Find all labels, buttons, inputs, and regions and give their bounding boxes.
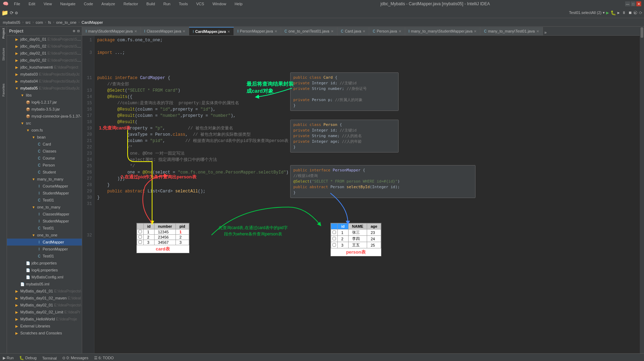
tree-item-jdbc-kuozhanwenti[interactable]: ▶ jdbc_kuozhanwenti E:\IdeaProject [7, 64, 82, 71]
tree-item-scratches[interactable]: ▶ Scratches and Consoles [7, 330, 82, 337]
tree-item-test01-many[interactable]: C Test01 [7, 197, 82, 204]
todo-button[interactable]: ☰ 6: TODO [94, 356, 114, 360]
tree-item-jdbc-props[interactable]: 📄 jdbc.properties [7, 260, 82, 267]
tab-card-java[interactable]: C Card.java ✕ [337, 27, 369, 35]
tree-item-mybatis-helloworld[interactable]: ▶ MyBatis_HelloWorld E:\IdeaProje [7, 316, 82, 323]
tree-item-bean[interactable]: ▼ bean [7, 134, 82, 141]
tree-item-mybatis03[interactable]: ▶ mybatis03 E:\IdeaProjects\StudyJc [7, 71, 82, 78]
tree-item-classesmapper[interactable]: I ClassesMapper [7, 211, 82, 218]
titlebar-menu-help[interactable]: Help [232, 2, 245, 6]
tree-item-test01-one[interactable]: C Test01 [7, 225, 82, 232]
tree-item-cardmapper[interactable]: I CardMapper [7, 239, 82, 246]
tree-item-comfs[interactable]: ▼ com.fs [7, 127, 82, 134]
titlebar-menu-view[interactable]: View [41, 2, 55, 6]
left-tool-strip: Project Structure Favorites [0, 27, 7, 353]
debug-button[interactable]: 🐛 Debug [19, 356, 36, 360]
bottom-toolbar: ▶ Run 🐛 Debug Terminal ⊙ 0: Messages ☰ 6… [0, 353, 644, 361]
tree-item-one-to-one[interactable]: ▼ one_to_one [7, 232, 82, 239]
panel-controls[interactable]: ⚙ ⊟ [73, 29, 80, 33]
breadcrumb-bar: mybatis05 › src › com › fs › one_to_one … [0, 18, 644, 27]
project-tree: ▶ jdbc_day01_01 E:\IdeaProjects\Stud ▶ j… [7, 36, 82, 353]
run-button[interactable]: ▶ Run [3, 356, 14, 360]
tabs-overflow-button[interactable]: » [543, 30, 548, 35]
tree-item-mybatis04[interactable]: ▶ mybatis04 E:\IdeaProjects\StudyJc [7, 78, 82, 85]
close-button[interactable]: ✕ [636, 1, 641, 6]
breadcrumb-cardmapper[interactable]: CardMapper [81, 20, 103, 24]
titlebar-menu-navigate[interactable]: Navigate [57, 2, 78, 6]
tab-test01-many[interactable]: C many_to_many\Test01.java ✕ [480, 27, 543, 35]
tree-item-test01-oto[interactable]: C Test01 [7, 253, 82, 260]
tab-studentmapper-many[interactable]: I many\StudentMapper.java ✕ [82, 27, 141, 35]
project-panel: Project ⚙ ⊟ ▶ jdbc_day01_01 E:\IdeaProje… [7, 27, 82, 353]
toolbar-settings-icon[interactable]: ⚙ [15, 10, 18, 16]
toolbar-debug-button[interactable]: 🐛 [610, 10, 616, 16]
tree-item-mybatisconfig-xml[interactable]: 📄 MyBatisConfig.xml [7, 274, 82, 281]
editor-tabs: I many\StudentMapper.java ✕ I ClassesMap… [82, 27, 640, 36]
tree-item-log4j-jar[interactable]: 📦 log4j-1.2.17.jar [7, 99, 82, 106]
tab-person-java[interactable]: C Person.java ✕ [369, 27, 405, 35]
titlebar-left: 🧠 File Edit View Navigate Code Analyze R… [3, 1, 245, 7]
breadcrumb-one-to-one[interactable]: one_to_one [56, 20, 77, 24]
tree-item-libs[interactable]: ▼ libs [7, 92, 82, 99]
tree-item-jdbc-day02-01[interactable]: ▶ jdbc_day02_01 E:\IdeaProjects\Stud [7, 50, 82, 57]
structure-tool-icon[interactable]: Structure [2, 48, 5, 61]
titlebar-menu-build[interactable]: Build [144, 2, 158, 6]
code-text[interactable]: package com.fs.one_to_one; import ...; p… [94, 36, 640, 353]
toolbar-sync-icon[interactable]: ⟳ [10, 10, 14, 16]
maximize-button[interactable]: □ [631, 1, 636, 6]
toolbar-run-button[interactable]: ▶ [606, 10, 609, 16]
tree-item-mysql-jar[interactable]: 📦 mysql-connector-java-5.1.37- [7, 113, 82, 120]
messages-button[interactable]: ⊙ 0: Messages [62, 356, 88, 360]
tree-item-mybatis-day02-01[interactable]: ▶ MyBatis_day02_01 E:\IdeaProjects\ [7, 302, 82, 309]
titlebar-menu-edit[interactable]: Edit [26, 2, 38, 6]
tree-item-studentmapper-one[interactable]: I StudentMapper [7, 218, 82, 225]
titlebar-menu-tools[interactable]: Tools [176, 2, 191, 6]
tree-item-mybatis-jar[interactable]: 📦 mybatis-3.5.3.jar [7, 106, 82, 113]
tree-item-external-libs[interactable]: ▶ External Libraries [7, 323, 82, 330]
tree-item-mybatis05[interactable]: ▼ mybatis05 E:\IdeaProjects\StudyJc [7, 85, 82, 92]
tree-item-jdbc-day01-02[interactable]: ▶ jdbc_day01_02 E:\IdeaProjects\Stud [7, 43, 82, 50]
tab-test01-one-to-one[interactable]: C one_to_one\Test01.java ✕ [281, 27, 337, 35]
minimize-button[interactable]: — [625, 1, 630, 6]
tab-studentmapper-many2[interactable]: I many_to_many\StudentMapper.java ✕ [405, 27, 481, 35]
tree-item-coursemapper[interactable]: I CourseMapper [7, 183, 82, 190]
tree-item-src[interactable]: ▼ src [7, 120, 82, 127]
tree-item-mybatis-day02-02[interactable]: ▶ MyBatis_day02_02_Limit E:\IdeaPr [7, 309, 82, 316]
breadcrumb-fs[interactable]: fs [48, 20, 51, 24]
favorites-tool-icon[interactable]: Favorites [2, 84, 5, 97]
tree-item-jdbc-day02-02[interactable]: ▶ jdbc_day02_02 E:\IdeaProjects\Stud [7, 57, 82, 64]
main-layout: Project Structure Favorites Project ⚙ ⊟ … [0, 27, 644, 353]
tree-item-mybatis-day01-01[interactable]: ▶ MyBatis_day01_01 E:\IdeaProjects\ [7, 288, 82, 295]
tree-item-card-class[interactable]: C Card [7, 141, 82, 148]
titlebar-menu-vcs[interactable]: VCS [193, 2, 207, 6]
tree-item-course-class[interactable]: C Course [7, 155, 82, 162]
tree-item-student-class[interactable]: C Student [7, 169, 82, 176]
title-bar: 🧠 File Edit View Navigate Code Analyze R… [0, 0, 644, 8]
titlebar-menu-refactor[interactable]: Refactor [121, 2, 141, 6]
titlebar-menu-analyze[interactable]: Analyze [99, 2, 118, 6]
tree-item-studentmapper-many[interactable]: I StudentMapper [7, 190, 82, 197]
terminal-button[interactable]: Terminal [42, 356, 57, 360]
project-tool-icon[interactable]: Project [2, 28, 5, 39]
scrollbar-thumb[interactable] [641, 27, 643, 38]
tree-item-many-to-many[interactable]: ▼ many_to_many [7, 176, 82, 183]
titlebar-menu-window[interactable]: Window [210, 2, 229, 6]
tree-item-jdbc-day01-01[interactable]: ▶ jdbc_day01_01 E:\IdeaProjects\Stud [7, 36, 82, 43]
tree-item-person-class[interactable]: C Person [7, 162, 82, 169]
tree-item-mybatis05-iml[interactable]: 📄 mybatis05.iml [7, 281, 82, 288]
right-scrollbar[interactable] [640, 27, 644, 353]
titlebar-menu-code[interactable]: Code [81, 2, 96, 6]
tree-item-classes-class[interactable]: C Classes [7, 148, 82, 155]
tab-cardmapper[interactable]: I CardMapper.java ✕ [189, 27, 234, 35]
tree-item-mybatis-day01-02-maven[interactable]: ▶ MyBatis_day01_02_maven E:\IdeaI [7, 295, 82, 302]
breadcrumb-mybatis05[interactable]: mybatis05 [3, 20, 20, 24]
breadcrumb-com[interactable]: com [36, 20, 43, 24]
tree-item-one-to-many[interactable]: ▼ one_to_many [7, 204, 82, 211]
tab-personmapper[interactable]: I PersonMapper.java ✕ [234, 27, 281, 35]
titlebar-menu-file[interactable]: File [11, 2, 23, 6]
tree-item-log4j-props[interactable]: 📄 log4j.properties [7, 267, 82, 274]
breadcrumb-src[interactable]: src [26, 20, 31, 24]
tab-classesmapper[interactable]: I ClassesMapper.java ✕ [141, 27, 189, 35]
tree-item-personmapper[interactable]: I PersonMapper [7, 246, 82, 253]
titlebar-menu-run[interactable]: Run [160, 2, 173, 6]
